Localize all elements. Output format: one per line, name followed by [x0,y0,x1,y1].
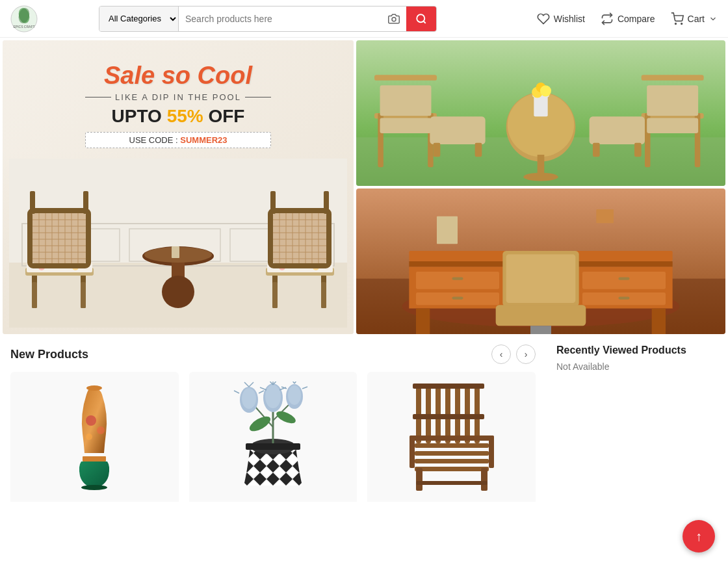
svg-line-159 [294,382,298,384]
svg-rect-79 [380,85,432,116]
svg-rect-39 [30,191,35,214]
svg-rect-178 [415,451,489,456]
search-input[interactable] [179,6,382,31]
svg-rect-90 [538,155,545,176]
svg-rect-100 [430,116,485,144]
section-header: New Products ‹ › [10,344,536,364]
svg-rect-112 [416,272,499,289]
recently-viewed-title: Recently Viewed Products [556,344,718,356]
svg-point-7 [681,23,682,24]
svg-rect-48 [272,282,278,308]
svg-rect-97 [642,75,704,81]
svg-point-162 [247,413,272,434]
svg-point-89 [540,85,551,96]
next-arrow-button[interactable]: › [516,344,536,364]
svg-rect-183 [416,481,488,485]
product-card-chair[interactable] [367,372,536,508]
products-area: New Products ‹ › [0,337,546,516]
sale-code: USE CODE : SUMMER23 [85,132,271,148]
svg-rect-104 [593,143,600,157]
category-select[interactable]: All Categories [99,6,179,31]
sale-text-overlay: Sale so Cool LIKE A DIP IN THE POOL UPTO… [85,62,271,148]
svg-rect-78 [380,118,432,133]
svg-point-5 [417,14,424,22]
logo-area[interactable]: EPICS CRAFT [10,5,88,32]
banner-area: Sale so Cool LIKE A DIP IN THE POOL UPTO… [0,38,728,337]
compare-label: Compare [618,14,655,24]
svg-point-151 [242,388,256,409]
product-nav-arrows: ‹ › [491,344,536,364]
svg-rect-117 [582,272,666,289]
svg-rect-182 [481,468,488,491]
svg-rect-96 [647,85,698,116]
recently-viewed-status: Not Available [556,361,718,372]
header: EPICS CRAFT All Categories Wishlist [0,0,728,38]
svg-line-152 [244,382,249,387]
svg-rect-177 [415,443,489,448]
svg-line-155 [259,391,264,393]
svg-rect-181 [416,468,422,491]
svg-rect-129 [596,209,614,223]
svg-rect-40 [83,191,88,214]
svg-rect-176 [489,436,494,468]
wishlist-button[interactable]: Wishlist [537,12,585,25]
banner-right [356,40,725,334]
furniture-illustration [3,152,354,334]
svg-rect-131 [83,456,106,462]
svg-rect-171 [413,384,484,389]
svg-point-6 [675,23,676,24]
prev-arrow-button[interactable]: ‹ [491,344,511,364]
garden-furniture-banner[interactable] [356,40,725,186]
svg-rect-81 [378,146,384,167]
svg-rect-101 [434,143,441,157]
svg-point-163 [275,409,298,426]
product-card-vase[interactable] [10,372,179,508]
svg-rect-128 [437,216,458,244]
sidebar: Recently Viewed Products Not Available [546,337,728,516]
svg-rect-99 [695,146,701,167]
svg-line-158 [291,382,294,384]
sale-title: Sale so Cool [85,62,271,90]
search-button[interactable] [406,6,436,31]
svg-rect-179 [415,459,489,463]
product-plant-image [189,372,358,502]
svg-rect-72 [324,191,329,214]
svg-point-130 [86,385,102,391]
cart-button[interactable]: Cart [671,12,718,25]
camera-search-button[interactable] [382,6,406,31]
svg-rect-120 [618,296,629,299]
header-actions: Wishlist Compare Cart [537,12,718,25]
products-grid [10,372,536,508]
wishlist-label: Wishlist [554,14,585,24]
svg-rect-139 [246,443,300,450]
svg-rect-175 [410,436,415,468]
svg-rect-103 [590,116,645,144]
svg-point-91 [523,173,558,181]
new-products-title: New Products [10,348,88,361]
svg-text:EPICS CRAFT: EPICS CRAFT [13,25,34,29]
svg-rect-119 [618,278,629,280]
sale-subtitle: LIKE A DIP IN THE POOL [85,92,271,102]
svg-rect-174 [410,436,494,441]
svg-rect-85 [534,96,547,116]
svg-rect-71 [270,191,276,214]
svg-rect-102 [475,143,482,157]
svg-point-157 [288,385,301,405]
svg-rect-80 [374,75,437,81]
office-furniture-banner[interactable] [356,188,725,334]
sale-banner[interactable]: Sale so Cool LIKE A DIP IN THE POOL UPTO… [3,40,354,334]
svg-rect-122 [652,309,666,334]
svg-line-161 [302,387,307,389]
logo-icon: EPICS CRAFT [10,5,38,32]
cart-label: Cart [688,14,705,24]
product-card-plant[interactable] [189,372,358,508]
compare-button[interactable]: Compare [601,12,655,25]
svg-rect-115 [452,296,463,299]
svg-rect-82 [428,146,434,167]
scroll-to-top-button[interactable]: ↑ [682,520,715,552]
svg-rect-105 [634,143,642,157]
svg-rect-95 [647,118,698,133]
svg-rect-45 [172,246,179,258]
svg-rect-49 [321,282,326,308]
svg-point-134 [97,426,105,434]
